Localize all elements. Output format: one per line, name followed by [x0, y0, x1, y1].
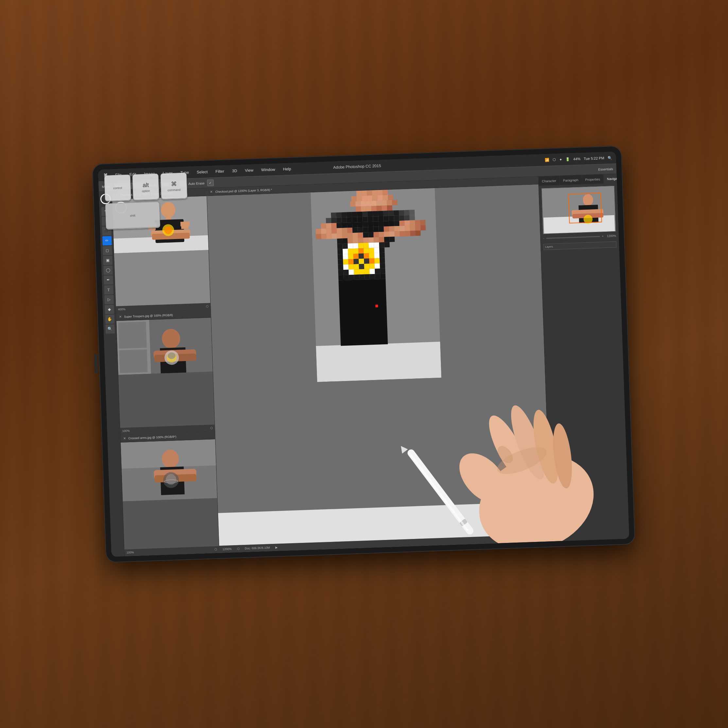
svg-rect-176	[369, 243, 374, 248]
svg-rect-65	[331, 213, 336, 218]
svg-rect-145	[347, 233, 353, 239]
svg-rect-42	[356, 196, 362, 202]
command-key[interactable]: ⌘ command	[160, 173, 187, 200]
svg-rect-64	[387, 205, 393, 211]
thumb-close-2[interactable]: ✕	[119, 315, 121, 318]
svg-rect-170	[337, 244, 343, 249]
svg-rect-204	[369, 258, 375, 264]
menu-select[interactable]: Select	[195, 169, 209, 175]
svg-rect-154	[395, 231, 400, 237]
svg-rect-36	[361, 190, 367, 196]
battery-percent: 44%	[573, 157, 581, 161]
svg-rect-116	[415, 220, 421, 226]
clock: Tue 5:22 PM	[584, 156, 604, 161]
svg-rect-124	[347, 228, 353, 233]
tool-dodge[interactable]: ◯	[103, 266, 113, 275]
svg-rect-190	[343, 254, 348, 259]
svg-rect-195	[369, 253, 375, 259]
layers-hint: Layers	[543, 242, 617, 250]
tool-gradient[interactable]: ▣	[103, 256, 112, 265]
menu-help[interactable]: Help	[281, 166, 292, 172]
svg-rect-179	[384, 242, 390, 248]
svg-rect-106	[363, 222, 368, 227]
svg-rect-77	[394, 210, 399, 216]
svg-rect-201	[353, 259, 359, 264]
menu-3d[interactable]: 3D	[231, 168, 239, 174]
svg-rect-84	[341, 217, 347, 223]
svg-rect-223	[375, 269, 380, 274]
svg-rect-181	[343, 249, 348, 254]
svg-rect-83	[336, 217, 342, 223]
menu-window[interactable]: Window	[260, 167, 276, 173]
svg-rect-161	[348, 238, 353, 244]
canvas-content[interactable]	[207, 185, 551, 546]
svg-rect-186	[369, 248, 375, 254]
menu-filter[interactable]: Filter	[214, 168, 226, 174]
svg-rect-222	[370, 269, 375, 274]
panel-tab-character[interactable]: Character	[538, 176, 560, 186]
tool-shape[interactable]: ◆	[105, 305, 114, 314]
menu-view[interactable]: View	[244, 167, 255, 173]
tool-hand[interactable]: ✋	[105, 315, 115, 324]
svg-rect-217	[343, 269, 349, 275]
svg-rect-129	[373, 226, 379, 232]
canvas-close[interactable]: ✕	[210, 190, 213, 194]
svg-rect-95	[399, 215, 405, 221]
svg-rect-91	[378, 216, 384, 222]
svg-rect-156	[405, 231, 410, 237]
panel-tab-navigator[interactable]: Navigator	[603, 174, 625, 184]
tool-path[interactable]: ▷	[104, 295, 114, 304]
svg-rect-119	[321, 229, 326, 234]
shift-key[interactable]: shift	[105, 202, 160, 230]
svg-rect-136	[410, 225, 415, 231]
tool-pen[interactable]: ✒	[104, 275, 113, 285]
svg-rect-200	[348, 259, 354, 265]
svg-rect-71	[362, 211, 368, 217]
svg-rect-126	[358, 227, 363, 233]
zoom-slider[interactable]	[546, 236, 600, 239]
app-title: Adobe Photoshop CC 2015	[333, 164, 381, 170]
svg-rect-162	[353, 238, 358, 243]
svg-rect-150	[373, 232, 379, 237]
svg-rect-191	[348, 254, 353, 259]
search-icon[interactable]: 🔍	[607, 156, 612, 160]
svg-rect-169	[389, 237, 395, 242]
panel-tab-properties[interactable]: Properties	[582, 174, 604, 184]
svg-point-32	[165, 479, 177, 483]
svg-rect-214	[375, 263, 380, 269]
svg-rect-167	[379, 237, 384, 243]
svg-rect-40	[382, 190, 388, 195]
svg-rect-113	[399, 220, 405, 226]
svg-rect-149	[368, 232, 374, 238]
thumb-close-3[interactable]: ✕	[123, 437, 125, 440]
svg-rect-109	[378, 222, 384, 227]
auto-erase-checkbox[interactable]: ✓	[207, 179, 214, 187]
auto-erase-label: Auto Erase	[188, 181, 205, 185]
svg-rect-50	[355, 201, 361, 207]
tool-eraser[interactable]: ◻	[102, 246, 112, 255]
canvas-title: Checkout.psd @ 1200% (Layer 3, RGB/8) *	[215, 188, 272, 193]
control-key[interactable]: control	[104, 174, 131, 202]
svg-rect-68	[347, 212, 352, 217]
nav-zoom-bar: - + 1200%	[543, 234, 616, 240]
svg-rect-53	[371, 200, 377, 206]
tool-zoom[interactable]: 🔍	[105, 324, 115, 334]
svg-rect-123	[342, 228, 347, 234]
svg-rect-231	[370, 274, 375, 280]
svg-rect-56	[387, 200, 393, 206]
svg-rect-130	[378, 226, 384, 232]
svg-rect-206	[380, 258, 385, 264]
home-button[interactable]	[94, 353, 98, 373]
svg-rect-99	[326, 223, 332, 229]
panel-tab-paragraph[interactable]: Paragraph	[560, 175, 582, 185]
svg-rect-107	[368, 222, 373, 227]
svg-rect-78	[399, 210, 405, 216]
wifi-icon: 📶	[545, 158, 549, 162]
svg-rect-215	[380, 263, 385, 269]
tool-type[interactable]: T	[104, 285, 113, 295]
thumb-zoom-2: 100%	[122, 429, 130, 433]
svg-rect-166	[374, 237, 379, 243]
svg-rect-172	[348, 243, 353, 249]
option-key[interactable]: alt option	[132, 174, 159, 201]
tool-brush[interactable]: ✏	[102, 236, 112, 246]
